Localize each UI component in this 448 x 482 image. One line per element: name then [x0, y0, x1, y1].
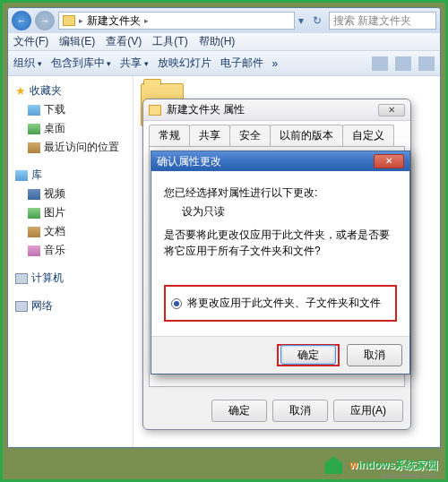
back-button[interactable]: ← [12, 11, 31, 30]
folder-icon [149, 105, 161, 116]
library-icon [15, 170, 28, 181]
tab-security[interactable]: 安全 [229, 125, 271, 146]
help-icon[interactable] [418, 56, 435, 71]
computer-icon [15, 273, 28, 284]
apply-button[interactable]: 应用(A) [333, 400, 403, 422]
sidebar-network[interactable]: 网络 [12, 297, 129, 315]
sidebar-item-pictures[interactable]: 图片 [12, 203, 129, 222]
desktop-icon [28, 124, 40, 134]
sidebar-item-music[interactable]: 音乐 [12, 241, 129, 260]
sidebar-item-videos[interactable]: 视频 [12, 185, 129, 203]
close-button[interactable]: ✕ [374, 154, 404, 168]
breadcrumb-sep: ▸ [79, 16, 83, 25]
nav-bar: ← → ▸ 新建文件夹 ▸ ▾ ↻ 搜索 新建文件夹 [8, 8, 440, 33]
confirm-text: 您已经选择对属性进行以下更改: [164, 185, 397, 201]
tab-custom[interactable]: 自定义 [342, 125, 394, 146]
properties-title-text: 新建文件夹 属性 [167, 102, 245, 117]
network-icon [15, 301, 28, 312]
toolbar-email[interactable]: 电子邮件 [220, 56, 263, 71]
sidebar-item-recent[interactable]: 最近访问的位置 [12, 138, 129, 157]
picture-icon [28, 208, 40, 219]
ok-button[interactable]: 确定 [280, 345, 336, 365]
sidebar-item-desktop[interactable]: 桌面 [12, 119, 129, 138]
toolbar-slideshow[interactable]: 放映幻灯片 [158, 56, 211, 71]
toolbar-include[interactable]: 包含到库中 [51, 56, 112, 71]
highlight-box: 将更改应用于此文件夹、子文件夹和文件 [164, 285, 397, 322]
view-icon[interactable] [372, 56, 388, 71]
confirm-dialog: 确认属性更改 ✕ 您已经选择对属性进行以下更改: 设为只读 是否要将此更改仅应用… [151, 151, 410, 374]
cancel-button[interactable]: 取消 [272, 400, 328, 422]
nav-pane: ★收藏夹 下载 桌面 最近访问的位置 库 视频 图片 文档 音乐 计算机 网络 [8, 76, 134, 447]
breadcrumb[interactable]: ▸ 新建文件夹 ▸ [58, 12, 295, 30]
highlight-box: 确定 [277, 344, 340, 366]
confirm-title-text: 确认属性更改 [157, 154, 221, 169]
cancel-button[interactable]: 取消 [347, 344, 402, 366]
search-placeholder: 搜索 新建文件夹 [333, 13, 411, 29]
breadcrumb-sep: ▸ [144, 16, 149, 25]
tabs: 常规 共享 安全 以前的版本 自定义 [143, 121, 410, 146]
menu-tools[interactable]: 工具(T) [152, 34, 187, 49]
watermark: windows系统家园 [321, 454, 438, 474]
music-icon [28, 245, 40, 256]
confirm-question: 是否要将此更改仅应用于此文件夹，或者是否要将它应用于所有子文件夹和文件? [164, 227, 397, 259]
toolbar-more[interactable]: » [272, 57, 279, 70]
downloads-icon [28, 105, 40, 116]
watermark-text: windows系统家园 [349, 456, 438, 473]
sidebar-item-downloads[interactable]: 下载 [12, 100, 129, 119]
video-icon [28, 189, 40, 200]
confirm-titlebar[interactable]: 确认属性更改 ✕ [151, 151, 409, 171]
dropdown-icon[interactable]: ▾ [298, 14, 311, 27]
menu-help[interactable]: 帮助(H) [199, 34, 236, 49]
properties-titlebar[interactable]: 新建文件夹 属性 ✕ [143, 99, 410, 121]
menu-edit[interactable]: 编辑(E) [59, 34, 95, 49]
ok-button[interactable]: 确定 [211, 400, 267, 422]
sidebar-item-documents[interactable]: 文档 [12, 222, 129, 241]
folder-icon [63, 15, 75, 26]
sidebar-computer[interactable]: 计算机 [12, 269, 129, 288]
search-input[interactable]: 搜索 新建文件夹 [329, 12, 436, 30]
radio-icon [171, 298, 182, 309]
document-icon [28, 227, 40, 237]
radio-all-subfolders[interactable]: 将更改应用于此文件夹、子文件夹和文件 [171, 296, 390, 311]
toolbar-organize[interactable]: 组织 [13, 56, 42, 71]
house-icon [321, 454, 346, 474]
forward-button[interactable]: → [35, 11, 55, 30]
menu-file[interactable]: 文件(F) [13, 34, 48, 49]
close-button[interactable]: ✕ [378, 104, 405, 116]
menu-view[interactable]: 查看(V) [106, 34, 142, 49]
sidebar-libraries[interactable]: 库 [12, 166, 129, 185]
sidebar-favorites[interactable]: ★收藏夹 [12, 82, 129, 100]
confirm-change: 设为只读 [164, 203, 397, 219]
toolbar-share[interactable]: 共享 [120, 56, 149, 71]
recent-icon [28, 142, 40, 153]
menu-bar: 文件(F) 编辑(E) 查看(V) 工具(T) 帮助(H) [8, 33, 440, 51]
tab-share[interactable]: 共享 [189, 125, 230, 146]
refresh-icon[interactable]: ↻ [313, 14, 325, 27]
tab-general[interactable]: 常规 [149, 125, 190, 146]
star-icon: ★ [15, 84, 26, 98]
breadcrumb-folder[interactable]: 新建文件夹 [87, 13, 141, 29]
toolbar: 组织 包含到库中 共享 放映幻灯片 电子邮件 » [8, 51, 440, 76]
preview-pane-icon[interactable] [395, 56, 411, 71]
tab-previous[interactable]: 以前的版本 [270, 125, 343, 146]
